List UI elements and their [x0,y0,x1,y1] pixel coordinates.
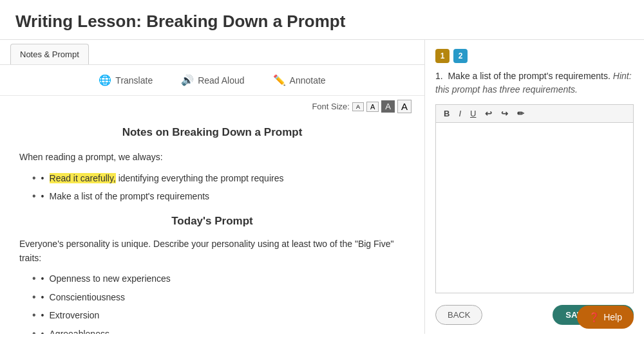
globe-icon: 🌐 [99,74,111,86]
prompt-text: Everyone's personality is unique. Descri… [19,237,405,266]
list-item: •Openness to new experiences [32,271,405,286]
bullet-list-2: •Openness to new experiences •Conscienti… [32,271,405,334]
badge-step-1[interactable]: 1 [435,49,450,63]
list-item: •Conscientiousness [32,290,405,304]
list-item: •Agreeableness [32,327,405,334]
bullet-icon: • [41,271,44,286]
answer-editor[interactable] [435,122,634,293]
edit-button[interactable]: ✏ [515,107,527,120]
list-item: •Extroversion [32,308,405,322]
bullet-list-1: • Read it carefully, identifying everyth… [32,171,405,204]
read-aloud-button[interactable]: 🔊 Read Aloud [176,71,249,89]
left-panel: Notes & Prompt 🌐 Translate 🔊 Read Aloud … [0,40,425,334]
question-text: 1. Make a list of the prompt's requireme… [435,69,634,96]
speaker-icon: 🔊 [181,74,194,86]
page-title: Writing Lesson: Breaking Down a Prompt [0,0,644,40]
question-main: 1. Make a list of the prompt's requireme… [435,71,613,81]
translate-button[interactable]: 🌐 Translate [93,71,158,89]
undo-button[interactable]: ↩ [482,107,495,120]
bullet-icon: • [41,290,44,304]
font-size-label: Font Size: [312,102,350,111]
redo-button[interactable]: ↪ [498,107,511,120]
font-size-large[interactable]: A [381,100,395,113]
highlighted-text: Read it carefully, [50,173,116,183]
font-size-xlarge[interactable]: A [397,100,412,113]
notes-prompt-tab[interactable]: Notes & Prompt [10,44,89,64]
list-item: • Read it carefully, identifying everyth… [32,171,405,185]
bullet-icon: • [41,171,44,185]
right-panel: 1 2 1. Make a list of the prompt's requi… [425,40,644,334]
list-item: • Make a list of the prompt's requiremen… [32,189,405,203]
underline-button[interactable]: U [468,107,478,120]
bullet-icon: • [41,327,44,334]
help-button[interactable]: ❓ Help [577,306,634,329]
bold-button[interactable]: B [441,107,452,120]
intro-text: When reading a prompt, we always: [19,150,405,164]
notes-heading: Notes on Breaking Down a Prompt [19,124,405,141]
annotate-button[interactable]: ✏️ Annotate [268,71,331,89]
pencil-icon: ✏️ [273,74,286,86]
editor-toolbar: B I U ↩ ↪ ✏ [435,104,634,122]
bullet-icon: • [41,189,44,203]
italic-button[interactable]: I [456,107,464,120]
prompt-heading: Today's Prompt [19,212,405,230]
font-size-medium[interactable]: A [366,102,379,112]
bullet-icon: • [41,308,44,322]
font-size-small[interactable]: A [352,102,364,111]
back-button[interactable]: BACK [435,305,482,325]
help-icon: ❓ [589,312,600,322]
badge-step-2[interactable]: 2 [453,49,468,63]
step-badges: 1 2 [435,49,634,63]
